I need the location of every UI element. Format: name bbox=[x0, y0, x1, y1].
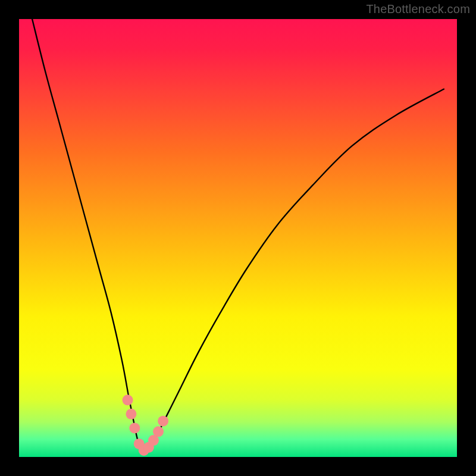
chart-svg bbox=[19, 19, 457, 457]
attribution-text: TheBottleneck.com bbox=[366, 2, 470, 16]
highlight-marker bbox=[158, 416, 168, 427]
gradient-background bbox=[19, 19, 457, 457]
chart-frame: TheBottleneck.com bbox=[0, 0, 476, 476]
highlight-marker bbox=[153, 426, 164, 437]
highlight-marker bbox=[123, 394, 133, 405]
highlight-marker bbox=[126, 409, 136, 419]
plot-area bbox=[19, 19, 457, 457]
highlight-marker bbox=[129, 422, 140, 433]
